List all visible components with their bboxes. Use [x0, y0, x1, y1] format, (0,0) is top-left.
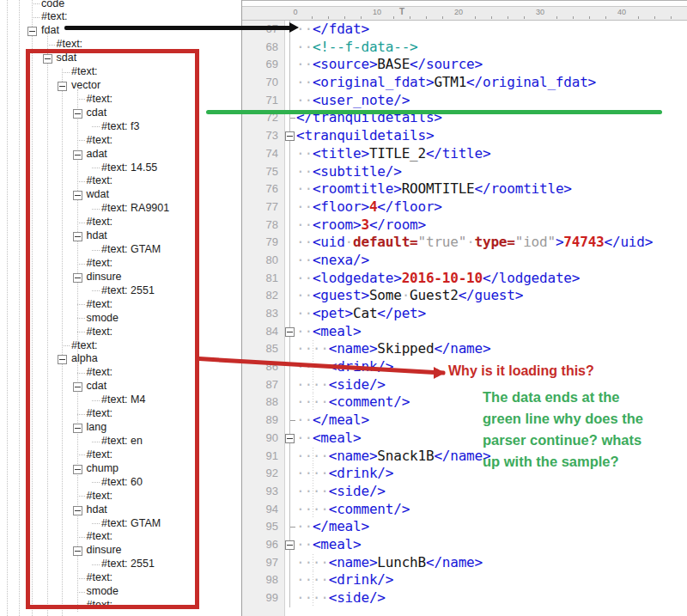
fold-margin: [284, 448, 296, 466]
code-text[interactable]: ··<roomtitle>ROOMTITLE</roomtitle>: [296, 180, 687, 198]
line-number: 96: [242, 536, 284, 554]
code-token-ws: ····: [296, 483, 329, 499]
code-text[interactable]: ····<side/>: [296, 589, 687, 607]
ruler-tab-marker: T: [399, 7, 404, 16]
fold-toggle-icon[interactable]: [285, 131, 295, 141]
ruler-tick: [573, 16, 574, 19]
code-token-ws: ··: [296, 252, 313, 268]
line-number: 97: [242, 554, 284, 572]
line-number: 88: [242, 393, 284, 412]
code-line: 96··<meal>: [242, 536, 687, 554]
code-text[interactable]: ··<lodgedate>2016-10-10</lodgedate>: [296, 270, 687, 288]
code-line: 78··<room>3</room>: [242, 217, 687, 235]
code-token-tag: </name>: [426, 554, 483, 570]
ruler-tick: [671, 16, 672, 19]
code-line: 98····<drink/>: [242, 571, 687, 589]
green-annotation-line: parser continue? whats: [483, 430, 643, 451]
code-token-tag: </guest>: [459, 287, 523, 303]
code-text[interactable]: ··<meal>: [296, 323, 687, 341]
black-arrow-line: [64, 26, 291, 30]
tree-node[interactable]: code: [0, 0, 241, 10]
code-text[interactable]: ··<subtitle/>: [296, 163, 687, 181]
ruler-tick: [524, 16, 525, 19]
code-token-ws: ··: [296, 180, 313, 197]
code-text[interactable]: ··<meal>: [296, 536, 687, 554]
fold-toggle-icon[interactable]: [285, 434, 295, 443]
tree-node[interactable]: #text:: [0, 10, 241, 24]
green-annotation-line: green line why does the: [483, 408, 643, 430]
fold-margin: [284, 376, 296, 394]
code-token-num: 74743: [563, 234, 604, 250]
code-token-tag: <comment/>: [329, 393, 410, 410]
code-line: 70··<original_fdat>GTM1</original_fdat>: [242, 74, 687, 92]
code-line: 82··<guest>Some·Guest2</guest>: [242, 287, 687, 305]
code-token-tag: <side/>: [329, 589, 386, 606]
code-text[interactable]: ··<original_fdat>GTM1</original_fdat>: [296, 74, 687, 92]
tree-connector: [32, 17, 40, 18]
code-token-tag: <meal>: [313, 430, 362, 446]
code-text[interactable]: ····<name>LunchB</name>: [296, 554, 687, 572]
code-token-tag: <name>: [329, 448, 378, 464]
fold-margin: [284, 589, 296, 607]
code-text[interactable]: <tranquildetails>: [296, 127, 687, 145]
code-text[interactable]: ··<guest>Some·Guest2</guest>: [296, 287, 687, 305]
fold-margin: [284, 270, 296, 288]
fold-toggle-icon[interactable]: [285, 327, 295, 337]
fold-margin: [284, 234, 296, 252]
code-token-ws: ··: [296, 234, 313, 250]
ruler-tick: [638, 16, 639, 19]
code-text[interactable]: ··<nexa/>: [296, 252, 687, 270]
xml-source-editor[interactable]: 010203040T 67··</fdat>68··<!--f-data-->6…: [241, 0, 687, 616]
code-text[interactable]: ··<pet>Cat</pet>: [296, 305, 687, 323]
fold-margin: [284, 393, 296, 412]
ruler-tick: [361, 16, 362, 19]
code-token-ws: ··: [296, 145, 313, 162]
code-token-txt: Cat: [353, 305, 377, 321]
tree-collapse-icon[interactable]: [27, 27, 37, 36]
fold-margin: [284, 554, 296, 572]
ruler-number: 20: [448, 8, 469, 16]
code-text[interactable]: ····<name>Skipped</name>: [296, 340, 687, 358]
code-text[interactable]: ··</meal>: [296, 518, 687, 536]
fold-toggle-icon[interactable]: [285, 540, 295, 550]
code-text[interactable]: ··<!--f-data-->: [296, 39, 687, 57]
code-text[interactable]: ··<user_note/>: [296, 92, 687, 110]
code-token-eq: "true": [418, 234, 467, 250]
code-token-tag: <name>: [329, 340, 378, 357]
code-text[interactable]: ··<room>3</room>: [296, 217, 687, 235]
code-text[interactable]: ····<side/>: [296, 483, 687, 501]
code-text[interactable]: ····<comment/>: [296, 501, 687, 519]
code-token-tag: </source>: [410, 56, 483, 72]
code-token-ws: ····: [296, 340, 329, 357]
code-token-tag: </name>: [434, 340, 490, 357]
code-text[interactable]: ··</fdat>: [296, 21, 687, 39]
code-text[interactable]: ··<title>TITLE_2</title>: [296, 145, 687, 163]
code-text[interactable]: ··<source>BASE</source>: [296, 56, 687, 74]
code-token-tag: <source>: [313, 56, 377, 72]
code-token-tag: <user_note/>: [313, 92, 410, 108]
code-token-tag: <original_fdat>: [313, 74, 435, 90]
green-annotation-line: The data ends at the: [483, 387, 643, 408]
code-line: 68··<!--f-data-->: [242, 39, 687, 57]
code-token-tag: <subtitle/>: [313, 163, 402, 180]
code-text[interactable]: ··<floor>4</floor>: [296, 198, 687, 217]
code-line: 71··<user_note/>: [242, 92, 687, 110]
code-token-ws: ··: [296, 287, 313, 303]
code-token-txt: BASE: [377, 56, 410, 72]
black-arrow-head-icon: [289, 22, 299, 33]
code-line: 85····<name>Skipped</name>: [242, 340, 687, 358]
code-text[interactable]: ··<uid·default="true"·type="iod">74743</…: [296, 234, 687, 252]
code-line: 95··</meal>: [242, 518, 687, 536]
ruler-number: 0: [285, 8, 306, 16]
code-line: 73<tranquildetails>: [242, 127, 687, 145]
line-number: 77: [242, 198, 284, 217]
code-token-attr: type=: [475, 234, 515, 250]
code-token-ws: ····: [296, 554, 329, 570]
code-text[interactable]: ····<drink/>: [296, 571, 687, 589]
code-token-ws: ··: [296, 518, 313, 534]
code-token-tag: </original_fdat>: [466, 74, 596, 90]
code-token-ws: ··: [296, 412, 313, 428]
code-token-ws: ··: [296, 74, 313, 90]
code-token-tag: <drink/>: [329, 465, 393, 481]
line-number: 82: [242, 287, 284, 305]
